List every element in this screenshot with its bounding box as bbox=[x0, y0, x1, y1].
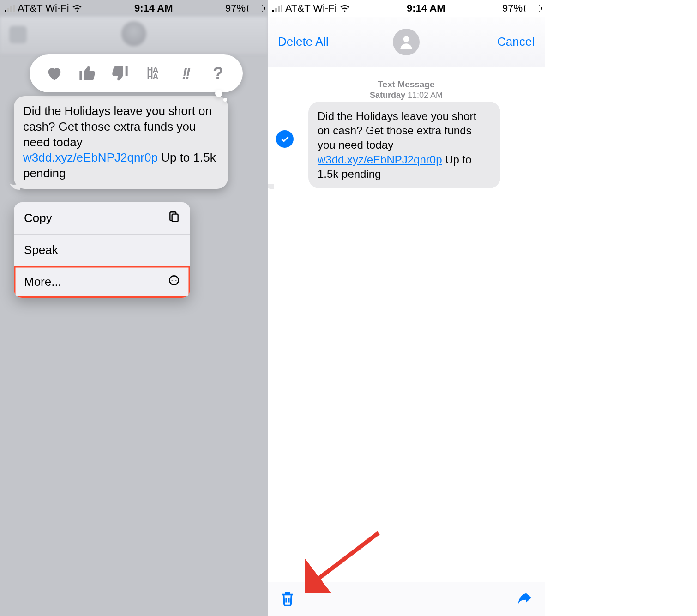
context-copy-item[interactable]: Copy bbox=[14, 202, 190, 235]
signal-icon bbox=[272, 4, 282, 12]
blurred-nav-header bbox=[0, 17, 268, 54]
message-type-label: Text Message bbox=[268, 79, 545, 90]
clock: 9:14 AM bbox=[407, 2, 445, 14]
context-speak-item[interactable]: Speak bbox=[14, 235, 190, 266]
delete-all-button[interactable]: Delete All bbox=[278, 35, 329, 49]
svg-point-5 bbox=[403, 36, 409, 42]
trash-button[interactable] bbox=[280, 591, 295, 608]
message-time: 11:02 AM bbox=[408, 91, 443, 100]
battery-indicator: 97% bbox=[502, 2, 540, 14]
contact-avatar[interactable] bbox=[393, 29, 420, 55]
message-bubble[interactable]: Did the Holidays leave you short on cash… bbox=[14, 96, 228, 189]
back-button-blurred bbox=[9, 26, 27, 43]
message-link[interactable]: w3dd.xyz/eEbNPJ2qnr0p bbox=[23, 151, 158, 164]
context-menu: Copy Speak More... bbox=[14, 202, 190, 298]
copy-icon bbox=[168, 211, 180, 226]
svg-point-3 bbox=[174, 280, 174, 281]
battery-indicator: 97% bbox=[225, 2, 263, 14]
message-timestamp: Text Message Saturday 11:02 AM bbox=[268, 79, 545, 100]
message-select-checkbox[interactable] bbox=[276, 130, 294, 148]
tapback-reactions-bar: HAHA !! ? bbox=[30, 54, 243, 92]
contact-avatar-blurred bbox=[121, 21, 146, 46]
left-screenshot: AT&T Wi-Fi 9:14 AM 97% bbox=[0, 0, 268, 616]
edit-mode-navbar: Delete All Cancel bbox=[268, 17, 545, 67]
status-bar: AT&T Wi-Fi 9:14 AM 97% bbox=[268, 0, 545, 17]
clock: 9:14 AM bbox=[134, 2, 173, 14]
message-text-part1: Did the Holidays leave you short on cash… bbox=[23, 104, 212, 149]
battery-pct: 97% bbox=[502, 2, 523, 14]
message-link[interactable]: w3dd.xyz/eEbNPJ2qnr0p bbox=[318, 153, 442, 166]
carrier-label: AT&T Wi-Fi bbox=[18, 2, 69, 14]
svg-line-6 bbox=[313, 533, 379, 583]
context-copy-label: Copy bbox=[24, 211, 52, 225]
context-more-label: More... bbox=[24, 275, 61, 289]
forward-button[interactable] bbox=[517, 591, 533, 608]
battery-icon bbox=[524, 5, 540, 12]
tapback-exclaim-icon[interactable]: !! bbox=[176, 64, 195, 83]
svg-rect-0 bbox=[172, 214, 178, 222]
bottom-toolbar bbox=[268, 582, 545, 616]
svg-point-2 bbox=[172, 280, 173, 281]
battery-pct: 97% bbox=[225, 2, 246, 14]
cancel-button[interactable]: Cancel bbox=[497, 35, 535, 49]
message-text-part1: Did the Holidays leave you short on cash… bbox=[318, 110, 476, 151]
tapback-heart-icon[interactable] bbox=[45, 64, 64, 83]
signal-icon bbox=[5, 4, 15, 12]
message-bubble[interactable]: Did the Holidays leave you short on cash… bbox=[308, 102, 500, 188]
status-bar: AT&T Wi-Fi 9:14 AM 97% bbox=[0, 0, 268, 17]
tapback-question-icon[interactable]: ? bbox=[209, 64, 228, 83]
svg-point-4 bbox=[175, 280, 176, 281]
wifi-icon bbox=[340, 3, 350, 13]
tapback-thumbs-up-icon[interactable] bbox=[78, 64, 97, 83]
selectable-message-row: Did the Holidays leave you short on cash… bbox=[268, 102, 545, 188]
tapback-thumbs-down-icon[interactable] bbox=[110, 64, 130, 83]
message-day: Saturday bbox=[370, 91, 405, 100]
right-screenshot: AT&T Wi-Fi 9:14 AM 97% Delete All Cancel… bbox=[268, 0, 545, 616]
more-ellipsis-icon bbox=[168, 274, 180, 290]
tapback-haha-icon[interactable]: HAHA bbox=[143, 64, 162, 83]
carrier-label: AT&T Wi-Fi bbox=[285, 2, 337, 14]
context-speak-label: Speak bbox=[24, 243, 58, 257]
context-more-item[interactable]: More... bbox=[14, 266, 190, 298]
wifi-icon bbox=[72, 3, 82, 13]
battery-icon bbox=[247, 5, 263, 12]
